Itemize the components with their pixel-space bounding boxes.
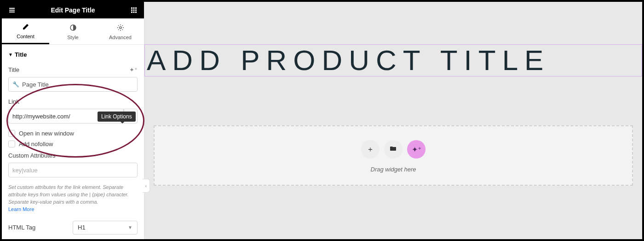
dropzone-buttons: ＋ ✦⁺ <box>361 140 426 159</box>
svg-rect-3 <box>131 10 132 11</box>
open-new-window-checkbox[interactable] <box>8 130 15 137</box>
folder-icon <box>390 145 397 154</box>
sidebar-collapse-handle[interactable]: ‹ <box>143 179 150 193</box>
tab-label: Content <box>17 34 34 39</box>
svg-point-10 <box>119 26 121 28</box>
tab-label: Advanced <box>109 35 132 40</box>
custom-attributes-placeholder: key|value <box>12 167 38 174</box>
chevron-left-icon: ‹ <box>145 183 147 188</box>
svg-rect-0 <box>131 7 132 9</box>
editor-canvas[interactable]: ADD PRODUCT TITLE ＋ ✦⁺ Drag widget here <box>144 2 642 239</box>
link-url-input[interactable] <box>8 109 110 123</box>
html-tag-row: HTML Tag H1 ▼ <box>8 221 138 235</box>
caret-down-icon: ▼ <box>8 52 13 57</box>
add-nofollow-checkbox[interactable] <box>8 141 15 147</box>
title-input-value: Page Title <box>22 81 49 88</box>
add-template-button[interactable] <box>384 140 402 159</box>
learn-more-link[interactable]: Learn More <box>8 206 34 212</box>
title-field-row: Title ✦⁺ <box>8 66 138 73</box>
svg-rect-8 <box>135 12 137 13</box>
title-label: Title <box>8 66 19 73</box>
open-new-window-label: Open in new window <box>19 130 74 137</box>
sidebar-title: Edit Page Title <box>51 6 95 14</box>
add-nofollow-row[interactable]: Add nofollow <box>8 141 138 147</box>
chevron-down-icon: ▼ <box>128 225 132 230</box>
link-options-tooltip: Link Options <box>98 112 136 122</box>
page-title-text: ADD PRODUCT TITLE <box>147 45 642 76</box>
open-new-window-row[interactable]: Open in new window <box>8 130 138 137</box>
sidebar-header: Edit Page Title <box>2 2 144 18</box>
svg-rect-1 <box>133 7 135 9</box>
svg-rect-7 <box>133 12 135 13</box>
html-tag-value: H1 <box>78 224 86 231</box>
content-panel: ▼ Title Title ✦⁺ 🔧 Page Title Link <box>2 45 144 239</box>
section-title-label: Title <box>15 51 27 58</box>
add-nofollow-label: Add nofollow <box>19 141 53 147</box>
title-input[interactable]: 🔧 Page Title <box>8 77 138 92</box>
svg-rect-6 <box>131 12 132 13</box>
custom-attributes-helper: Set custom attributes for the link eleme… <box>8 184 138 213</box>
tab-advanced[interactable]: Advanced <box>97 18 144 44</box>
html-tag-select[interactable]: H1 ▼ <box>73 221 138 235</box>
contrast-icon <box>69 24 77 33</box>
plus-icon: ＋ <box>367 145 374 154</box>
tab-style[interactable]: Style <box>49 18 97 44</box>
sidebar-tabs: Content Style Advanced <box>2 18 144 45</box>
ai-generate-button[interactable]: ✦⁺ <box>407 140 426 159</box>
menu-icon[interactable] <box>6 6 18 14</box>
sparkle-icon: ✦⁺ <box>412 145 421 154</box>
link-label: Link <box>8 98 19 105</box>
gear-icon <box>117 24 124 33</box>
svg-rect-5 <box>135 10 137 11</box>
widget-dropzone[interactable]: ＋ ✦⁺ Drag widget here <box>154 125 633 186</box>
svg-rect-4 <box>133 10 135 11</box>
wrench-icon: 🔧 <box>12 81 19 88</box>
custom-attributes-input[interactable]: key|value <box>8 163 138 177</box>
tab-label: Style <box>67 35 78 40</box>
pencil-icon <box>22 23 29 32</box>
link-field-row: Link <box>8 98 138 105</box>
dropzone-text: Drag widget here <box>371 166 416 173</box>
add-widget-button[interactable]: ＋ <box>361 140 380 159</box>
helper-text: Set custom attributes for the link eleme… <box>8 184 129 205</box>
dynamic-tag-icon[interactable]: ✦⁺ <box>129 66 138 73</box>
tab-content[interactable]: Content <box>2 18 49 44</box>
section-title-toggle[interactable]: ▼ Title <box>8 51 138 58</box>
page-title-widget[interactable]: ADD PRODUCT TITLE <box>144 44 642 76</box>
html-tag-label: HTML Tag <box>8 224 68 231</box>
svg-rect-2 <box>135 7 137 9</box>
custom-attributes-label: Custom Attributes <box>8 152 138 159</box>
apps-grid-icon[interactable] <box>127 7 140 13</box>
